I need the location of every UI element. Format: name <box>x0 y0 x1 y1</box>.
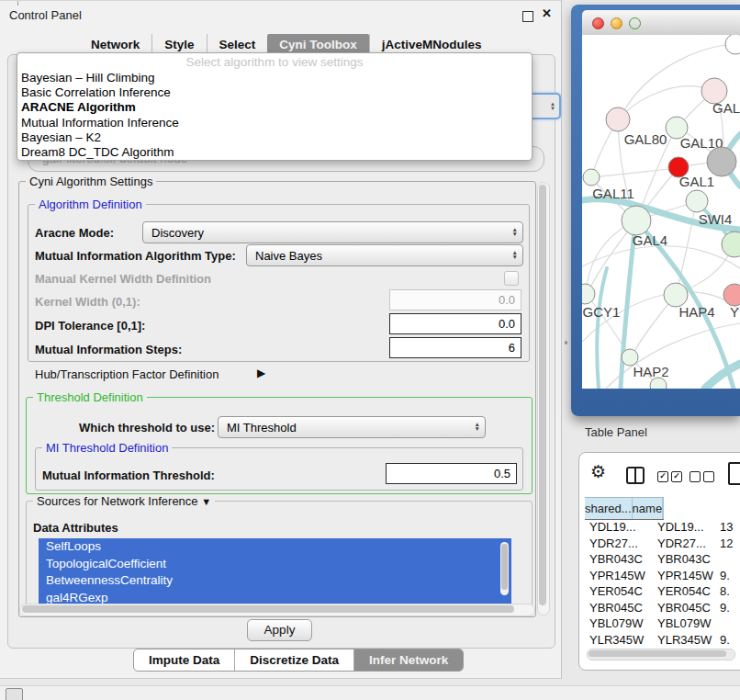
node-label: GAL <box>712 100 740 116</box>
cyni-settings-title: Cyni Algorithm Settings <box>26 175 156 188</box>
panel-tab[interactable]: Cyni Toolbox <box>267 34 369 54</box>
table-card: ⚙ ✓✓ shared... name YDL19... YDL19... 13… <box>578 452 740 671</box>
attribute-list-item[interactable]: gal4RGexp <box>39 590 511 604</box>
network-window-titlebar[interactable] <box>582 10 740 36</box>
status-band <box>0 685 740 700</box>
mi-threshold-field[interactable] <box>386 463 517 484</box>
splitter-handle[interactable] <box>565 341 567 344</box>
minimized-window-icon[interactable] <box>6 688 23 700</box>
collapse-down-arrow-icon[interactable]: ▼ <box>201 496 211 507</box>
table-body: YDL19... YDL19... 13 YDR27... YDR27... 1… <box>585 519 740 653</box>
attribute-list-item[interactable]: TopologicalCoefficient <box>39 556 511 573</box>
tab-label: Select <box>219 38 256 51</box>
table-column-header[interactable]: shared... <box>585 498 633 519</box>
aracne-mode-label: Aracne Mode: <box>35 226 114 240</box>
mi-threshold-label: Mutual Information Threshold: <box>42 469 215 482</box>
manual-kernel-label: Manual Kernel Width Definition <box>35 272 211 286</box>
node-label: HAP4 <box>678 304 714 320</box>
combo-arrows-icon: ▲▼ <box>512 228 522 237</box>
combo-down-arrow-icon: ▼ <box>550 107 555 111</box>
dropdown-item[interactable]: ARACNE Algorithm <box>21 100 528 115</box>
sources-title: Sources for Network Inference ▼ <box>33 494 215 508</box>
deselect-all-icon[interactable] <box>690 471 714 482</box>
table-column-header[interactable]: name <box>633 498 664 519</box>
select-all-icon[interactable]: ✓✓ <box>657 471 682 482</box>
node-label: SWI4 <box>699 211 733 227</box>
network-view-canvas[interactable]: GALGAL80GAL10GAL1GAL11SWI4GAL4GCY1HAP4YH… <box>582 35 740 389</box>
panel-tab[interactable]: Network <box>79 34 151 54</box>
network-node[interactable] <box>686 190 708 212</box>
scrollbar-thumb[interactable] <box>539 185 546 605</box>
dropdown-item[interactable]: Mutual Information Inference <box>21 116 528 130</box>
attribute-list-scrollbar[interactable] <box>500 542 509 595</box>
tab-label: jActiveMNodules <box>382 38 482 51</box>
data-attributes-list: SelfLoops TopologicalCoefficient Between… <box>39 538 511 604</box>
settings-vscrollbar[interactable] <box>537 182 550 615</box>
which-threshold-combobox[interactable]: MI Threshold ▲▼ <box>218 416 486 438</box>
combo-arrows-icon: ▲▼ <box>475 423 485 432</box>
tab-label: Style <box>164 38 194 51</box>
table-row[interactable]: YDL19... YDL19... 13 <box>585 519 740 536</box>
network-node[interactable] <box>606 107 630 131</box>
panel-tab[interactable]: Style <box>151 34 206 54</box>
scrollbar-thumb[interactable] <box>22 605 514 613</box>
aracne-mode-combobox[interactable]: Discovery ▲▼ <box>142 221 523 243</box>
which-threshold-label: Which threshold to use: <box>79 421 215 435</box>
mi-type-value: Naive Bayes <box>255 249 322 263</box>
attribute-list-item[interactable]: SelfLoops <box>39 538 511 556</box>
network-node[interactable] <box>583 169 600 186</box>
table-row[interactable]: YDR27... YDR27... 12 <box>585 536 740 552</box>
table-row[interactable]: YLR345W YLR345W 9. <box>585 632 740 649</box>
mi-steps-field[interactable] <box>389 337 521 358</box>
table-row[interactable]: YBR045C YBR045C 9. <box>585 600 740 616</box>
zoom-traffic-light-icon[interactable] <box>629 17 641 29</box>
network-node[interactable] <box>725 35 740 54</box>
scrollbar-thumb[interactable] <box>501 544 508 590</box>
kernel-width-label: Kernel Width (0,1): <box>35 295 140 309</box>
network-node[interactable] <box>723 284 740 306</box>
dpi-tolerance-field[interactable] <box>389 313 521 334</box>
table-row[interactable]: YER054C YER054C 8. <box>585 583 740 600</box>
float-icon[interactable] <box>522 11 533 22</box>
aracne-mode-value: Discovery <box>151 226 204 240</box>
table-hscrollbar[interactable] <box>587 649 735 660</box>
gear-icon[interactable]: ⚙ <box>590 461 606 482</box>
kernel-width-field[interactable] <box>389 289 521 310</box>
table-row[interactable]: YPR145W YPR145W 9. <box>585 568 740 584</box>
panel-tab[interactable]: jActiveMNodules <box>369 34 494 54</box>
panel-tab[interactable]: Select <box>207 34 268 54</box>
node-label: HAP2 <box>633 364 668 379</box>
apply-button[interactable]: Apply <box>247 619 312 641</box>
network-node[interactable] <box>722 231 740 257</box>
network-node[interactable] <box>707 147 736 176</box>
dropdown-item[interactable]: Dream8 DC_TDC Algorithm <box>21 145 528 160</box>
network-node[interactable] <box>622 206 651 235</box>
dropdown-item[interactable]: Bayesian – Hill Climbing <box>21 71 528 85</box>
scrollbar-thumb[interactable] <box>589 650 726 657</box>
manual-kernel-checkbox[interactable] <box>504 271 519 286</box>
cyni-bottom-tab[interactable]: Discretize Data <box>234 649 353 671</box>
close-icon[interactable]: ✕ <box>542 6 552 20</box>
network-node[interactable] <box>582 284 595 304</box>
network-graph[interactable]: GALGAL80GAL10GAL1GAL11SWI4GAL4GCY1HAP4YH… <box>582 35 740 389</box>
dropdown-item[interactable]: Basic Correlation Inference <box>21 85 528 100</box>
cyni-bottom-tab[interactable]: Impute Data <box>134 649 234 671</box>
minimize-traffic-light-icon[interactable] <box>611 17 622 29</box>
dropdown-item[interactable]: Bayesian – K2 <box>21 130 528 145</box>
cyni-bottom-tabs: Impute Data Discretize Data Infer Networ… <box>133 649 464 672</box>
attribute-list-item[interactable]: BetweennessCentrality <box>39 572 511 590</box>
settings-hscrollbar[interactable] <box>19 604 535 616</box>
table-row[interactable]: YBR043C YBR043C <box>585 551 740 568</box>
close-traffic-light-icon[interactable] <box>592 17 604 29</box>
table-row[interactable]: YBL079W YBL079W <box>585 615 740 632</box>
node-label: GCY1 <box>583 304 621 320</box>
document-icon[interactable] <box>728 462 740 485</box>
table-column-header[interactable] <box>663 498 664 519</box>
table-panel-title: Table Panel <box>585 425 647 439</box>
cyni-bottom-tab[interactable]: Infer Network <box>353 649 463 671</box>
mi-type-label: Mutual Information Algorithm Type: <box>35 249 236 263</box>
expand-right-arrow-icon[interactable]: ▶ <box>257 367 265 379</box>
mi-type-combobox[interactable]: Naive Bayes ▲▼ <box>246 244 523 266</box>
tab-label: Network <box>91 38 140 51</box>
columns-icon[interactable] <box>626 467 645 484</box>
